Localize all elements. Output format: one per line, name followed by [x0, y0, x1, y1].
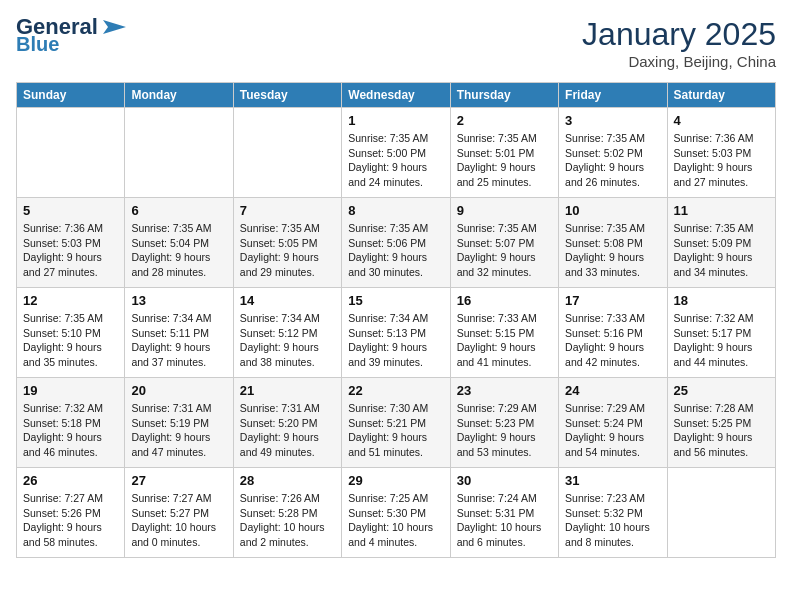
day-number: 17 [565, 293, 660, 308]
calendar-cell [233, 108, 341, 198]
day-info: Sunrise: 7:32 AM Sunset: 5:17 PM Dayligh… [674, 311, 769, 370]
calendar-cell: 27Sunrise: 7:27 AM Sunset: 5:27 PM Dayli… [125, 468, 233, 558]
day-info: Sunrise: 7:35 AM Sunset: 5:06 PM Dayligh… [348, 221, 443, 280]
calendar-cell: 17Sunrise: 7:33 AM Sunset: 5:16 PM Dayli… [559, 288, 667, 378]
logo-blue: Blue [16, 34, 59, 54]
day-info: Sunrise: 7:35 AM Sunset: 5:10 PM Dayligh… [23, 311, 118, 370]
day-info: Sunrise: 7:23 AM Sunset: 5:32 PM Dayligh… [565, 491, 660, 550]
calendar-cell: 7Sunrise: 7:35 AM Sunset: 5:05 PM Daylig… [233, 198, 341, 288]
day-number: 22 [348, 383, 443, 398]
calendar-week-row: 26Sunrise: 7:27 AM Sunset: 5:26 PM Dayli… [17, 468, 776, 558]
day-info: Sunrise: 7:35 AM Sunset: 5:02 PM Dayligh… [565, 131, 660, 190]
calendar-cell: 21Sunrise: 7:31 AM Sunset: 5:20 PM Dayli… [233, 378, 341, 468]
day-info: Sunrise: 7:33 AM Sunset: 5:16 PM Dayligh… [565, 311, 660, 370]
calendar-cell: 11Sunrise: 7:35 AM Sunset: 5:09 PM Dayli… [667, 198, 775, 288]
day-number: 28 [240, 473, 335, 488]
day-number: 16 [457, 293, 552, 308]
calendar-cell [667, 468, 775, 558]
calendar-cell: 3Sunrise: 7:35 AM Sunset: 5:02 PM Daylig… [559, 108, 667, 198]
day-info: Sunrise: 7:34 AM Sunset: 5:12 PM Dayligh… [240, 311, 335, 370]
day-info: Sunrise: 7:31 AM Sunset: 5:19 PM Dayligh… [131, 401, 226, 460]
day-info: Sunrise: 7:28 AM Sunset: 5:25 PM Dayligh… [674, 401, 769, 460]
calendar-cell: 19Sunrise: 7:32 AM Sunset: 5:18 PM Dayli… [17, 378, 125, 468]
calendar-week-row: 5Sunrise: 7:36 AM Sunset: 5:03 PM Daylig… [17, 198, 776, 288]
day-info: Sunrise: 7:32 AM Sunset: 5:18 PM Dayligh… [23, 401, 118, 460]
logo: General Blue [16, 16, 128, 54]
calendar-cell: 28Sunrise: 7:26 AM Sunset: 5:28 PM Dayli… [233, 468, 341, 558]
calendar-cell: 25Sunrise: 7:28 AM Sunset: 5:25 PM Dayli… [667, 378, 775, 468]
day-number: 13 [131, 293, 226, 308]
calendar-cell: 24Sunrise: 7:29 AM Sunset: 5:24 PM Dayli… [559, 378, 667, 468]
calendar-weekday-header: Tuesday [233, 83, 341, 108]
day-number: 9 [457, 203, 552, 218]
day-number: 18 [674, 293, 769, 308]
calendar-weekday-header: Thursday [450, 83, 558, 108]
day-info: Sunrise: 7:35 AM Sunset: 5:09 PM Dayligh… [674, 221, 769, 280]
day-info: Sunrise: 7:29 AM Sunset: 5:23 PM Dayligh… [457, 401, 552, 460]
calendar-cell: 14Sunrise: 7:34 AM Sunset: 5:12 PM Dayli… [233, 288, 341, 378]
calendar-table: SundayMondayTuesdayWednesdayThursdayFrid… [16, 82, 776, 558]
calendar-cell: 9Sunrise: 7:35 AM Sunset: 5:07 PM Daylig… [450, 198, 558, 288]
calendar-cell: 13Sunrise: 7:34 AM Sunset: 5:11 PM Dayli… [125, 288, 233, 378]
day-info: Sunrise: 7:31 AM Sunset: 5:20 PM Dayligh… [240, 401, 335, 460]
day-info: Sunrise: 7:35 AM Sunset: 5:05 PM Dayligh… [240, 221, 335, 280]
day-number: 7 [240, 203, 335, 218]
day-number: 2 [457, 113, 552, 128]
day-number: 25 [674, 383, 769, 398]
calendar-cell: 4Sunrise: 7:36 AM Sunset: 5:03 PM Daylig… [667, 108, 775, 198]
calendar-week-row: 19Sunrise: 7:32 AM Sunset: 5:18 PM Dayli… [17, 378, 776, 468]
day-number: 26 [23, 473, 118, 488]
day-number: 30 [457, 473, 552, 488]
day-number: 4 [674, 113, 769, 128]
day-info: Sunrise: 7:36 AM Sunset: 5:03 PM Dayligh… [674, 131, 769, 190]
svg-marker-0 [103, 20, 126, 34]
day-info: Sunrise: 7:36 AM Sunset: 5:03 PM Dayligh… [23, 221, 118, 280]
calendar-cell: 16Sunrise: 7:33 AM Sunset: 5:15 PM Dayli… [450, 288, 558, 378]
calendar-cell: 1Sunrise: 7:35 AM Sunset: 5:00 PM Daylig… [342, 108, 450, 198]
calendar-weekday-header: Sunday [17, 83, 125, 108]
day-number: 29 [348, 473, 443, 488]
day-info: Sunrise: 7:25 AM Sunset: 5:30 PM Dayligh… [348, 491, 443, 550]
day-number: 31 [565, 473, 660, 488]
day-number: 15 [348, 293, 443, 308]
title-block: January 2025 Daxing, Beijing, China [582, 16, 776, 70]
month-title: January 2025 [582, 16, 776, 53]
calendar-weekday-header: Friday [559, 83, 667, 108]
calendar-cell: 22Sunrise: 7:30 AM Sunset: 5:21 PM Dayli… [342, 378, 450, 468]
day-info: Sunrise: 7:33 AM Sunset: 5:15 PM Dayligh… [457, 311, 552, 370]
calendar-weekday-header: Monday [125, 83, 233, 108]
calendar-cell: 29Sunrise: 7:25 AM Sunset: 5:30 PM Dayli… [342, 468, 450, 558]
day-info: Sunrise: 7:29 AM Sunset: 5:24 PM Dayligh… [565, 401, 660, 460]
day-number: 11 [674, 203, 769, 218]
day-info: Sunrise: 7:35 AM Sunset: 5:01 PM Dayligh… [457, 131, 552, 190]
calendar-week-row: 1Sunrise: 7:35 AM Sunset: 5:00 PM Daylig… [17, 108, 776, 198]
day-number: 12 [23, 293, 118, 308]
calendar-cell: 10Sunrise: 7:35 AM Sunset: 5:08 PM Dayli… [559, 198, 667, 288]
day-number: 19 [23, 383, 118, 398]
calendar-cell [17, 108, 125, 198]
day-number: 21 [240, 383, 335, 398]
page-header: General Blue January 2025 Daxing, Beijin… [16, 16, 776, 70]
calendar-cell: 8Sunrise: 7:35 AM Sunset: 5:06 PM Daylig… [342, 198, 450, 288]
day-info: Sunrise: 7:35 AM Sunset: 5:08 PM Dayligh… [565, 221, 660, 280]
calendar-cell: 26Sunrise: 7:27 AM Sunset: 5:26 PM Dayli… [17, 468, 125, 558]
day-number: 6 [131, 203, 226, 218]
day-info: Sunrise: 7:35 AM Sunset: 5:07 PM Dayligh… [457, 221, 552, 280]
calendar-cell: 23Sunrise: 7:29 AM Sunset: 5:23 PM Dayli… [450, 378, 558, 468]
calendar-week-row: 12Sunrise: 7:35 AM Sunset: 5:10 PM Dayli… [17, 288, 776, 378]
calendar-cell: 5Sunrise: 7:36 AM Sunset: 5:03 PM Daylig… [17, 198, 125, 288]
day-number: 10 [565, 203, 660, 218]
day-number: 23 [457, 383, 552, 398]
calendar-cell: 20Sunrise: 7:31 AM Sunset: 5:19 PM Dayli… [125, 378, 233, 468]
day-number: 1 [348, 113, 443, 128]
day-number: 3 [565, 113, 660, 128]
day-number: 8 [348, 203, 443, 218]
day-info: Sunrise: 7:26 AM Sunset: 5:28 PM Dayligh… [240, 491, 335, 550]
calendar-cell: 2Sunrise: 7:35 AM Sunset: 5:01 PM Daylig… [450, 108, 558, 198]
day-number: 5 [23, 203, 118, 218]
day-number: 14 [240, 293, 335, 308]
calendar-cell [125, 108, 233, 198]
calendar-header-row: SundayMondayTuesdayWednesdayThursdayFrid… [17, 83, 776, 108]
day-info: Sunrise: 7:27 AM Sunset: 5:26 PM Dayligh… [23, 491, 118, 550]
logo-arrow-icon [98, 16, 128, 38]
